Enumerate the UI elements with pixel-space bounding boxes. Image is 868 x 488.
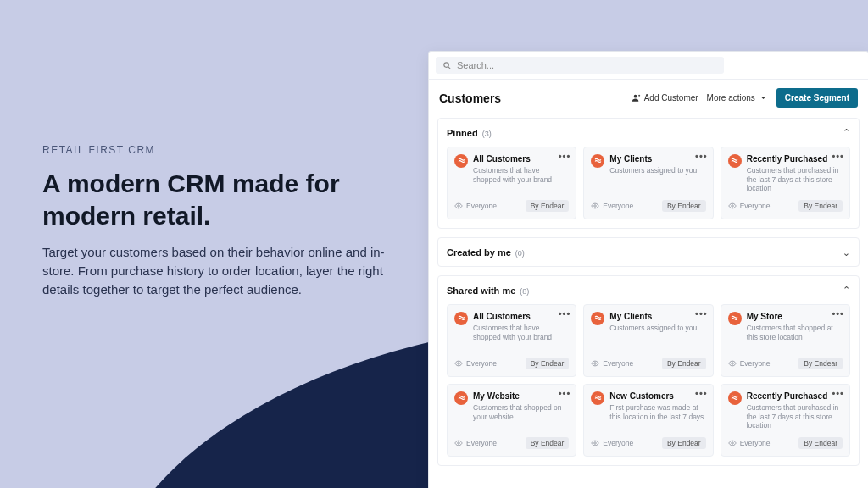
author-badge: By Endear [798,200,843,212]
create-segment-button[interactable]: Create Segment [776,88,858,108]
card-description: Customers that purchased in the last 7 d… [747,403,843,430]
chevron-down-icon: ⌃ [843,247,850,258]
card-more-icon[interactable]: ••• [695,151,708,161]
author-badge: By Endear [662,437,706,449]
shared-title: Shared with me [447,286,515,296]
caret-down-icon [759,93,768,103]
card-title: All Customers [473,312,569,322]
card-description: Customers that shopped on your website [473,403,569,421]
visibility-label: Everyone [728,359,771,368]
card-title: My Website [473,391,569,402]
segment-icon [454,312,468,325]
card-description: First purchase was made at this location… [609,403,705,421]
visibility-label: Everyone [728,439,771,447]
eyebrow-text: RETAIL FIRST CRM [42,144,407,156]
svg-point-0 [444,62,449,67]
pinned-cards-grid: •••All CustomersCustomers that have shop… [447,147,850,219]
segment-card[interactable]: •••My WebsiteCustomers that shopped on y… [447,384,576,457]
visibility-label: Everyone [454,359,497,368]
segment-icon [728,391,742,405]
card-title: Recently Purchased [747,154,843,164]
visibility-label: Everyone [591,439,633,447]
author-badge: By Endear [526,358,570,369]
card-more-icon[interactable]: ••• [832,151,844,161]
svg-point-7 [594,363,597,365]
segment-card[interactable]: •••My StoreCustomers that shopped at thi… [721,304,850,377]
body-copy: Target your customers based on their beh… [42,243,407,298]
card-more-icon[interactable]: ••• [832,308,844,319]
card-more-icon[interactable]: ••• [695,388,708,398]
author-badge: By Endear [798,358,843,369]
search-icon [442,61,452,70]
segment-icon [591,154,604,168]
pinned-title: Pinned [447,128,478,138]
search-row [429,52,868,80]
shared-with-me-section: Shared with me (8) ⌃ •••All CustomersCus… [437,275,860,466]
segment-card[interactable]: •••New CustomersFirst purchase was made … [583,384,713,457]
search-input[interactable] [457,60,717,70]
segment-icon [454,154,468,168]
header-actions: Add Customer More actions Create Segment [632,88,858,108]
segment-card[interactable]: •••Recently PurchasedCustomers that purc… [721,384,850,457]
card-more-icon[interactable]: ••• [559,151,571,161]
created-count: (0) [515,249,525,258]
visibility-label: Everyone [591,359,633,368]
card-description: Customers that shopped at this store loc… [747,324,843,341]
card-description: Customers assigned to you [609,166,697,175]
pinned-section: Pinned (3) ⌃ •••All CustomersCustomers t… [437,118,860,229]
author-badge: By Endear [526,200,570,212]
page-header: Customers Add Customer More actions Crea… [429,80,868,118]
card-description: Customers that have shopped with your br… [473,166,569,184]
visibility-label: Everyone [454,439,497,447]
card-more-icon[interactable]: ••• [559,388,571,398]
segment-card[interactable]: •••All CustomersCustomers that have shop… [447,304,576,377]
segment-icon [591,391,604,405]
visibility-label: Everyone [454,202,497,210]
author-badge: By Endear [798,437,843,449]
card-more-icon[interactable]: ••• [695,308,708,319]
card-more-icon[interactable]: ••• [559,308,571,319]
visibility-label: Everyone [591,202,633,210]
pinned-section-header[interactable]: Pinned (3) ⌃ [447,127,850,138]
card-title: All Customers [473,154,569,164]
search-box[interactable] [436,57,724,74]
add-customer-button[interactable]: Add Customer [632,93,698,103]
svg-point-2 [633,95,637,98]
segment-icon [591,312,604,325]
marketing-copy: RETAIL FIRST CRM A modern CRM made for m… [42,144,407,298]
crm-app-window: Customers Add Customer More actions Crea… [428,51,868,488]
segment-card[interactable]: •••My ClientsCustomers assigned to youEv… [583,147,713,219]
svg-point-10 [594,442,597,445]
pinned-count: (3) [482,130,492,138]
more-actions-label: More actions [707,93,755,103]
more-actions-button[interactable]: More actions [707,93,768,103]
person-add-icon [632,93,641,103]
segment-icon [728,312,742,325]
visibility-label: Everyone [728,202,771,210]
chevron-up-icon: ⌃ [843,127,850,138]
created-by-me-header[interactable]: Created by me (0) ⌃ [447,247,850,258]
segment-icon [454,391,468,405]
card-title: My Clients [609,154,697,164]
add-customer-label: Add Customer [644,93,698,103]
shared-with-me-header[interactable]: Shared with me (8) ⌃ [447,285,850,296]
shared-count: (8) [520,287,529,296]
svg-point-3 [458,205,460,208]
card-title: Recently Purchased [747,391,843,402]
segment-card[interactable]: •••Recently PurchasedCustomers that purc… [721,147,850,219]
segment-card[interactable]: •••My ClientsCustomers assigned to youEv… [583,304,713,377]
page-title: Customers [439,92,501,105]
segment-card[interactable]: •••All CustomersCustomers that have shop… [447,147,576,219]
card-more-icon[interactable]: ••• [832,388,844,398]
headline: A modern CRM made for modern retail. [42,168,407,231]
created-by-me-section: Created by me (0) ⌃ [437,237,860,267]
svg-point-8 [731,363,733,365]
svg-point-9 [458,442,460,445]
author-badge: By Endear [662,200,706,212]
segment-icon [728,154,742,168]
author-badge: By Endear [526,437,570,449]
author-badge: By Endear [662,358,706,369]
shared-cards-grid: •••All CustomersCustomers that have shop… [447,304,850,457]
card-title: My Store [747,312,843,322]
svg-point-5 [731,205,733,208]
